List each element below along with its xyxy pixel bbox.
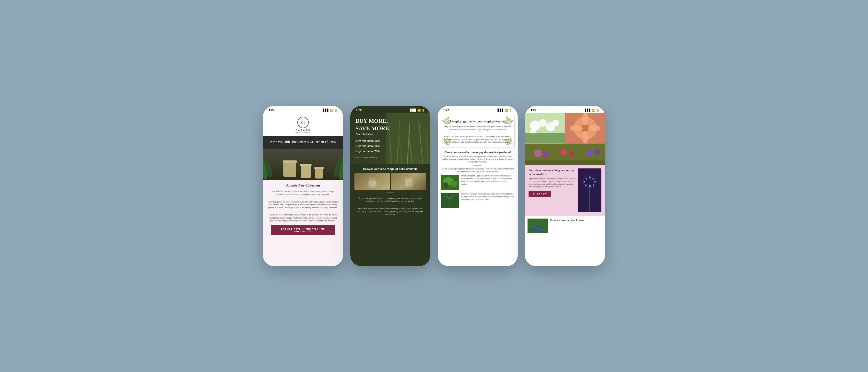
browse-pots-button[interactable]: BROWSE POTS IN THE ATLANTIS COLLECTION xyxy=(271,225,335,235)
status-bar-2: 1:22 ▋▋▋ 📶 🔋 xyxy=(350,106,430,113)
logo-subtitle: NURSERIES xyxy=(296,131,311,133)
svg-point-54 xyxy=(569,152,574,157)
svg-point-61 xyxy=(589,177,591,179)
pots-image-grid xyxy=(354,173,426,190)
svg-point-46 xyxy=(582,113,588,126)
phone2-body-text-1: Achieve design goals and functional plan… xyxy=(354,197,426,203)
palm-desc: Our Cycas Revoluta Palms will need prote… xyxy=(461,193,515,201)
salmon-flower-svg xyxy=(565,113,605,144)
svg-rect-41 xyxy=(525,133,565,144)
logo-circle: C xyxy=(297,117,309,128)
stream-image xyxy=(528,219,548,233)
palm-leaf-left-icon xyxy=(263,149,280,180)
palm-image xyxy=(441,193,459,208)
svg-rect-20 xyxy=(369,178,376,185)
svg-point-68 xyxy=(586,178,587,180)
time-2: 1:22 xyxy=(356,108,362,112)
products-title: Check out some of our most popular tropi… xyxy=(441,151,515,154)
flower-mixed-image xyxy=(525,144,605,165)
palm-leaf-right-icon xyxy=(326,149,343,180)
status-icons-2: ▋▋▋ 📶 🔋 xyxy=(410,109,425,112)
phone4-content: For colour and something to stand up to … xyxy=(525,113,605,266)
pot-medium-icon xyxy=(300,163,312,180)
phones-container: 1:22 ▋▋▋ 📶 🔋 C CARAGH NURSERIES xyxy=(263,106,605,266)
agapanthus-text-col: For colour and something to stand up to … xyxy=(529,168,576,212)
time-3: 1:22 xyxy=(443,108,449,112)
signal-icon: ▋▋▋ xyxy=(323,109,329,112)
pot-image-1 xyxy=(354,173,390,190)
magnolia-text: These Evergreen Magnolias are an excelle… xyxy=(461,175,515,185)
svg-point-40 xyxy=(552,120,559,126)
wifi-icon-2: 📶 xyxy=(417,109,421,112)
discount-3: Buy two save 25% xyxy=(355,149,425,154)
signal-icon-2: ▋▋▋ xyxy=(410,109,416,112)
butterfly-plant-svg xyxy=(578,168,601,212)
status-bar-4: 1:22 ▋▋▋ 📶 🔋 xyxy=(525,106,605,113)
intro-text-1: While the weather is no obstacle to brin… xyxy=(441,155,515,163)
svg-point-56 xyxy=(594,149,600,155)
svg-point-51 xyxy=(534,149,542,157)
white-flowers-svg xyxy=(525,113,565,144)
magnolia-desc: These Evergreen Magnolias are an excelle… xyxy=(461,175,515,185)
signal-icon-4: ▋▋▋ xyxy=(585,109,591,112)
wifi-icon-4: 📶 xyxy=(592,109,595,112)
logo-brand: CARAGH xyxy=(296,129,311,131)
battery-icon-3: 🔋 xyxy=(509,109,512,112)
tropical-title: A tropical garden without tropical weath… xyxy=(444,120,511,123)
section-title-1: Atlantis Pots Collection xyxy=(268,183,338,188)
svg-point-48 xyxy=(570,125,583,131)
brand-logo: C CARAGH NURSERIES xyxy=(263,113,343,136)
divider-3 xyxy=(386,192,394,193)
svg-rect-7 xyxy=(300,164,312,166)
wifi-icon-3: 📶 xyxy=(505,109,508,112)
magnolia-image xyxy=(441,175,459,190)
agapanthus-description: Agapanthus Africans - a variety of the A… xyxy=(529,178,576,188)
battery-icon: 🔋 xyxy=(334,109,337,112)
svg-point-64 xyxy=(593,184,594,186)
phone3-content: 🌿 🌿 🌿 🌿 A tropical garden without tropic… xyxy=(438,113,518,266)
plant-card-magnolia: These Evergreen Magnolias are an excelle… xyxy=(441,175,515,190)
phone-2: 1:22 ▋▋▋ 📶 🔋 xyxy=(350,106,430,266)
section-para-1: The Atlantis Collection of pots is the n… xyxy=(268,190,338,196)
status-icons-4: ▋▋▋ 📶 🔋 xyxy=(585,109,599,112)
butterfly-image xyxy=(578,168,601,212)
pot-round-icon xyxy=(367,175,377,188)
phone2-body: Achieve design goals and functional plan… xyxy=(350,197,430,221)
status-icons-3: ▋▋▋ 📶 🔋 xyxy=(498,109,512,112)
svg-point-52 xyxy=(542,151,549,158)
pot-large-icon xyxy=(282,159,298,180)
status-bar-1: 1:22 ▋▋▋ 📶 🔋 xyxy=(263,106,343,113)
status-icons-1: ▋▋▋ 📶 🔋 xyxy=(323,109,337,112)
phone-3: 1:22 ▋▋▋ 📶 🔋 🌿 🌿 🌿 🌿 A tropical garden w… xyxy=(438,106,518,266)
svg-rect-5 xyxy=(283,160,297,163)
phone1-hero-image: Now available, the Atlantis Collection o… xyxy=(263,136,343,180)
phone3-body: Check out some of our most popular tropi… xyxy=(438,151,518,266)
tropical-text-1: Why not surround yourself with dazzling … xyxy=(444,126,511,131)
magnolia-svg xyxy=(441,175,459,190)
pot-basket-icon xyxy=(404,175,414,188)
svg-point-62 xyxy=(592,178,594,180)
buy-more-headline1: BUY MORE, xyxy=(355,118,425,124)
hero-image-grid xyxy=(525,113,605,165)
divider-2 xyxy=(299,211,307,211)
phone1-content: C CARAGH NURSERIES xyxy=(263,113,343,266)
phone2-hero: BUY MORE, SAVE MORE On all stock pots Bu… xyxy=(350,113,430,164)
palm-svg xyxy=(441,193,459,208)
stream-svg xyxy=(528,219,548,233)
pink-section: For colour and something to stand up to … xyxy=(525,165,605,216)
section-para-3: The largest of the pots is the Sentry Po… xyxy=(268,213,338,222)
tropical-header-card: 🌿 🌿 🌿 🌿 A tropical garden without tropic… xyxy=(441,116,515,148)
svg-rect-8 xyxy=(315,168,323,179)
svg-point-53 xyxy=(560,149,567,155)
battery-icon-4: 🔋 xyxy=(596,109,599,112)
shop-now-button[interactable]: SHOP NOW xyxy=(529,191,551,197)
section-para-2: Atlantis pots have a unique textured fin… xyxy=(268,200,338,209)
svg-rect-9 xyxy=(314,167,324,169)
website-url: www.caraghnurseries.ie xyxy=(355,157,425,159)
bottom-section: Have a stream or pond in your xyxy=(525,216,605,235)
signal-icon-3: ▋▋▋ xyxy=(498,109,504,112)
svg-point-27 xyxy=(450,181,458,187)
tropical-text-2: Here at Caragh Nurseries, we nurture an … xyxy=(444,135,511,144)
hero-title: Now available, the Atlantis Collection o… xyxy=(263,140,343,144)
svg-point-47 xyxy=(582,131,588,144)
